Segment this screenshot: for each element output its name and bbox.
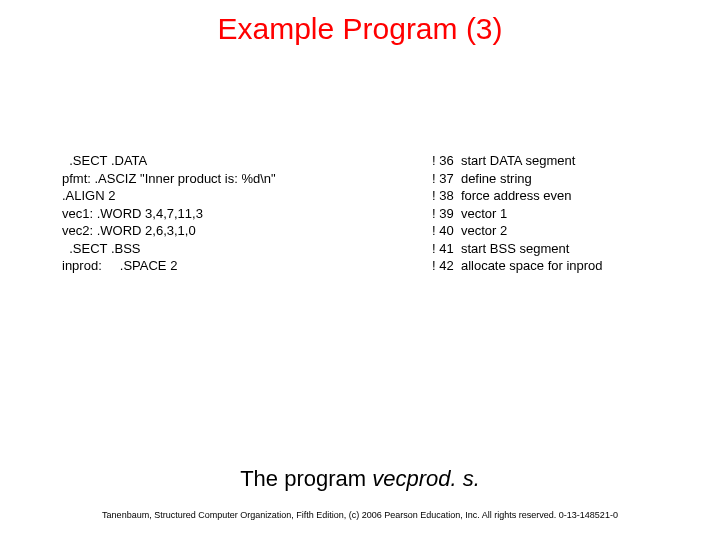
code-comment: ! 41 start BSS segment: [432, 240, 569, 258]
caption-prefix: The program: [240, 466, 372, 491]
code-comment: ! 37 define string: [432, 170, 532, 188]
caption-program-name: vecprod. s.: [372, 466, 480, 491]
page-title: Example Program (3): [0, 0, 720, 46]
code-row: vec1: .WORD 3,4,7,11,3 ! 39 vector 1: [62, 205, 603, 223]
code-left: pfmt: .ASCIZ "Inner product is: %d\n": [62, 170, 432, 188]
footer-copyright: Tanenbaum, Structured Computer Organizat…: [0, 510, 720, 520]
code-comment: ! 38 force address even: [432, 187, 571, 205]
code-row: vec2: .WORD 2,6,3,1,0 ! 40 vector 2: [62, 222, 603, 240]
code-row: pfmt: .ASCIZ "Inner product is: %d\n" ! …: [62, 170, 603, 188]
code-left: .SECT .BSS: [62, 240, 432, 258]
code-left: .SECT .DATA: [62, 152, 432, 170]
code-left: inprod: .SPACE 2: [62, 257, 432, 275]
code-listing: .SECT .DATA ! 36 start DATA segment pfmt…: [62, 152, 603, 275]
code-comment: ! 40 vector 2: [432, 222, 507, 240]
code-comment: ! 39 vector 1: [432, 205, 507, 223]
code-row: .ALIGN 2 ! 38 force address even: [62, 187, 603, 205]
code-row: .SECT .BSS ! 41 start BSS segment: [62, 240, 603, 258]
code-left: vec2: .WORD 2,6,3,1,0: [62, 222, 432, 240]
code-left: vec1: .WORD 3,4,7,11,3: [62, 205, 432, 223]
code-comment: ! 36 start DATA segment: [432, 152, 575, 170]
code-comment: ! 42 allocate space for inprod: [432, 257, 603, 275]
code-row: .SECT .DATA ! 36 start DATA segment: [62, 152, 603, 170]
code-left: .ALIGN 2: [62, 187, 432, 205]
code-row: inprod: .SPACE 2 ! 42 allocate space for…: [62, 257, 603, 275]
caption: The program vecprod. s.: [0, 466, 720, 492]
